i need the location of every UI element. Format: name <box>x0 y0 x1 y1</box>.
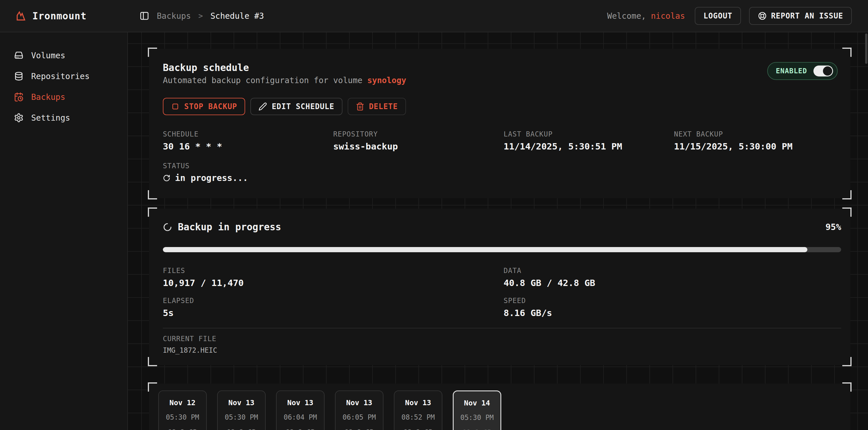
enabled-label: ENABLED <box>776 67 807 75</box>
sidebar: Volumes Repositories <box>0 32 128 430</box>
header-right: Welcome, nicolas LOGOUT REPORT AN ISSUE <box>607 7 852 25</box>
corner-bracket <box>842 383 851 392</box>
progress-stats: FILES 10,917 / 11,470 DATA 40.8 GB / 42.… <box>163 267 841 318</box>
sidebar-item-label: Backups <box>31 92 65 102</box>
field-schedule: SCHEDULE 30 16 * * * <box>163 130 333 152</box>
volume-name: synology <box>367 76 406 85</box>
enabled-toggle-pill[interactable]: ENABLED <box>767 62 838 80</box>
progress-bar-fill <box>163 247 807 252</box>
gear-icon <box>14 113 24 123</box>
progress-bar <box>163 247 841 252</box>
enabled-switch[interactable] <box>813 66 833 76</box>
switch-knob <box>823 66 832 76</box>
trash-icon <box>356 102 364 111</box>
panel-left-icon <box>140 11 149 21</box>
schedule-card-subtitle: Automated backup configuration for volum… <box>163 76 406 85</box>
stat-files: FILES 10,917 / 11,470 <box>163 267 504 288</box>
sidebar-item-volumes[interactable]: Volumes <box>0 45 127 66</box>
corner-bracket <box>148 190 157 199</box>
sidebar-item-repositories[interactable]: Repositories <box>0 66 127 87</box>
pencil-icon <box>258 102 267 111</box>
scrollbar-thumb[interactable] <box>865 33 867 64</box>
schedule-fields: SCHEDULE 30 16 * * * REPOSITORY swiss-ba… <box>163 130 838 152</box>
calendar-clock-icon <box>14 92 24 102</box>
stat-speed: SPEED 8.16 GB/s <box>504 297 841 318</box>
hard-drive-icon <box>14 51 24 60</box>
rotate-cw-icon <box>163 174 170 182</box>
brand: Ironmount <box>15 10 128 22</box>
schedule-card-title: Backup schedule <box>163 62 406 73</box>
corner-bracket <box>148 207 157 217</box>
history-list: Nov 12 05:30 PM 92.2 GB Nov 13 05:30 PM … <box>158 391 841 430</box>
progress-percent: 95% <box>826 222 841 232</box>
stop-backup-button[interactable]: STOP BACKUP <box>163 98 245 115</box>
main-content: Backup schedule Automated backup configu… <box>128 32 868 430</box>
history-item[interactable]: Nov 12 05:30 PM 92.2 GB <box>158 391 207 430</box>
database-icon <box>14 71 24 81</box>
breadcrumb-current: Schedule #3 <box>211 11 264 21</box>
field-repository: REPOSITORY swiss-backup <box>333 130 504 152</box>
history-item[interactable]: Nov 13 05:30 PM 92.2 GB <box>217 391 266 430</box>
username: nicolas <box>651 11 685 21</box>
divider <box>163 328 841 328</box>
sidebar-toggle-button[interactable] <box>140 11 149 21</box>
sidebar-item-label: Volumes <box>31 51 65 60</box>
backup-progress-card: Backup in progress 95% FILES 10,917 / 11… <box>149 209 850 365</box>
history-item[interactable]: Nov 13 08:52 PM 92.2 GB <box>394 391 442 430</box>
corner-bracket <box>148 47 157 57</box>
loader-spinner-icon <box>163 223 172 232</box>
corner-bracket <box>148 383 157 392</box>
app-title: Ironmount <box>32 10 87 22</box>
welcome-text: Welcome, nicolas <box>607 11 685 21</box>
edit-schedule-button[interactable]: EDIT SCHEDULE <box>250 98 342 115</box>
sidebar-item-backups[interactable]: Backups <box>0 87 127 107</box>
sidebar-item-settings[interactable]: Settings <box>0 107 127 128</box>
corner-bracket <box>148 357 157 366</box>
current-file-value: IMG_1872.HEIC <box>163 346 841 354</box>
current-file: CURRENT FILE IMG_1872.HEIC <box>163 335 841 354</box>
stop-square-icon <box>171 102 180 111</box>
corner-bracket <box>842 47 851 57</box>
history-item-selected[interactable]: Nov 14 05:30 PM 92.2 GB <box>453 391 501 430</box>
logout-button[interactable]: LOGOUT <box>695 7 741 25</box>
mountain-logo-icon <box>15 10 27 22</box>
sidebar-item-label: Settings <box>31 113 70 123</box>
stat-data: DATA 40.8 GB / 42.8 GB <box>504 267 841 288</box>
corner-bracket <box>842 357 851 366</box>
progress-title: Backup in progress <box>163 221 281 233</box>
app-screen: Ironmount Backups > Schedule #3 Welcome,… <box>0 0 868 430</box>
corner-bracket <box>842 207 851 217</box>
field-next-backup: NEXT BACKUP 11/15/2025, 5:30:00 PM <box>674 130 838 152</box>
delete-button[interactable]: DELETE <box>348 98 406 115</box>
breadcrumb-parent[interactable]: Backups <box>157 11 191 21</box>
stat-elapsed: ELAPSED 5s <box>163 297 504 318</box>
breadcrumb-separator: > <box>198 11 203 20</box>
history-item[interactable]: Nov 13 06:04 PM 92.2 GB <box>276 391 324 430</box>
lifebuoy-icon <box>758 11 767 21</box>
backup-schedule-card: Backup schedule Automated backup configu… <box>149 49 850 198</box>
field-last-backup: LAST BACKUP 11/14/2025, 5:30:51 PM <box>504 130 674 152</box>
status-value: in progress... <box>175 173 248 183</box>
sidebar-item-label: Repositories <box>31 72 90 81</box>
report-issue-button[interactable]: REPORT AN ISSUE <box>749 7 852 25</box>
schedule-actions: STOP BACKUP EDIT SCHEDULE <box>163 98 838 115</box>
breadcrumb: Backups > Schedule #3 <box>140 11 264 21</box>
app-header: Ironmount Backups > Schedule #3 Welcome,… <box>0 0 868 32</box>
corner-bracket <box>842 190 851 199</box>
backup-history-section: Nov 12 05:30 PM 92.2 GB Nov 13 05:30 PM … <box>149 384 850 430</box>
field-status: STATUS in progress... <box>163 162 838 183</box>
history-item[interactable]: Nov 13 06:05 PM 92.2 GB <box>335 391 383 430</box>
